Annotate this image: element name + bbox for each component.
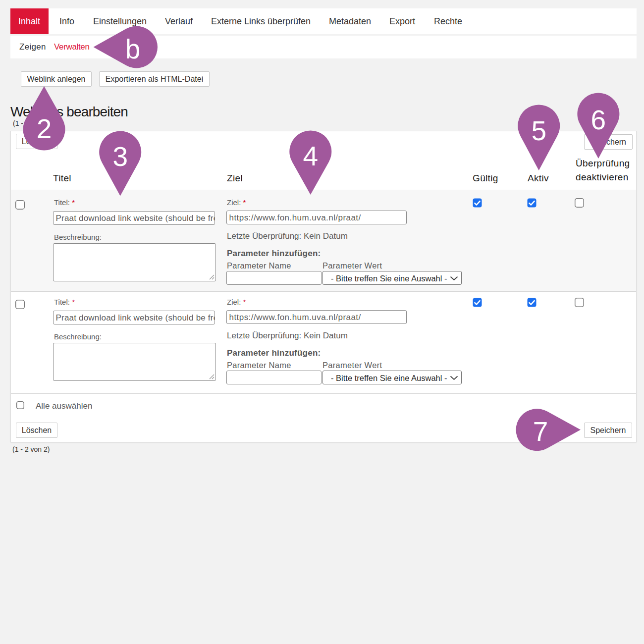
svg-text:4: 4	[303, 141, 319, 171]
svg-text:3: 3	[112, 141, 128, 172]
svg-text:5: 5	[531, 115, 546, 146]
svg-text:2: 2	[37, 113, 52, 144]
svg-text:b: b	[125, 34, 141, 64]
svg-text:6: 6	[591, 105, 606, 135]
svg-text:7: 7	[533, 416, 548, 447]
